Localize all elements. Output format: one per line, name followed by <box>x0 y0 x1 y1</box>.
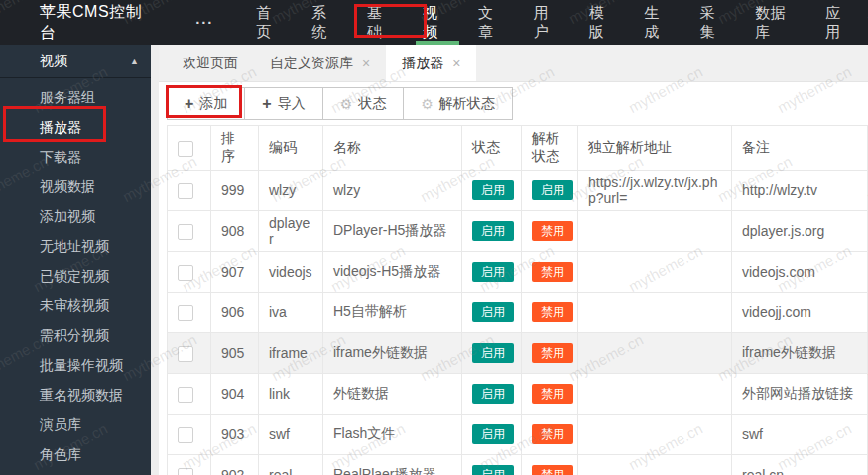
cell-parse-url <box>578 293 732 333</box>
tab-2[interactable]: 播放器× <box>386 45 476 81</box>
status-badge[interactable]: 启用 <box>472 221 514 241</box>
sidebar-menu: 服务器组播放器下载器视频数据添加视频无地址视频已锁定视频未审核视频需积分视频批量… <box>0 78 159 469</box>
cell-sort: 907 <box>211 252 259 293</box>
cell-checkbox <box>168 252 211 293</box>
sidebar-item-1[interactable]: 播放器 <box>0 112 159 142</box>
cell-parse-url <box>578 211 732 252</box>
select-all-checkbox[interactable] <box>178 141 193 157</box>
cell-parse-status: 禁用 <box>522 252 578 293</box>
gear-icon: ⚙ <box>421 97 434 111</box>
layout: 视频 ▲ 服务器组播放器下载器视频数据添加视频无地址视频已锁定视频未审核视频需积… <box>0 45 868 475</box>
parse-status-badge[interactable]: 禁用 <box>532 221 573 241</box>
toolbar-button-1[interactable]: +导入 <box>244 87 322 120</box>
toolbar-button-3[interactable]: ⚙解析状态 <box>403 87 513 120</box>
top-nav-item-0[interactable]: 首页 <box>243 0 299 45</box>
status-badge[interactable]: 启用 <box>472 465 514 475</box>
parse-status-badge[interactable]: 禁用 <box>532 465 573 475</box>
cell-parse-url <box>578 374 732 415</box>
sidebar-item-4[interactable]: 添加视频 <box>0 201 159 231</box>
tab-close-icon[interactable]: × <box>452 56 460 71</box>
header-checkbox-cell <box>168 126 211 171</box>
status-badge[interactable]: 启用 <box>472 424 514 444</box>
row-checkbox[interactable] <box>178 183 193 199</box>
cell-sort: 905 <box>211 333 259 374</box>
parse-status-badge[interactable]: 禁用 <box>532 302 573 322</box>
sidebar-item-5[interactable]: 无地址视频 <box>0 231 159 261</box>
cell-name: 外链数据 <box>323 374 462 415</box>
cell-checkbox <box>168 171 211 211</box>
tab-0[interactable]: 欢迎页面 <box>167 45 254 81</box>
cell-parse-status: 禁用 <box>522 293 578 333</box>
table-row: 903swfFlash文件启用禁用swf <box>168 415 868 455</box>
top-nav-item-7[interactable]: 生成 <box>632 0 687 45</box>
row-checkbox[interactable] <box>178 427 193 443</box>
top-nav-item-1[interactable]: 系统 <box>299 0 354 45</box>
sidebar-item-12[interactable]: 角色库 <box>0 439 159 469</box>
top-nav-item-3[interactable]: 视频 <box>410 0 465 45</box>
sidebar-item-10[interactable]: 重名视频数据 <box>0 380 159 410</box>
cell-checkbox <box>168 455 211 475</box>
row-checkbox[interactable] <box>178 224 193 240</box>
sidebar-item-8[interactable]: 需积分视频 <box>0 320 159 350</box>
parse-status-badge[interactable]: 启用 <box>532 180 573 200</box>
top-nav-item-6[interactable]: 模版 <box>576 0 632 45</box>
content: +添加+导入⚙状态⚙解析状态 排序编码名称状态解析状态独立解析地址备注 999w… <box>159 82 868 475</box>
cell-note: real.cn <box>732 455 868 475</box>
cell-parse-url <box>578 333 732 374</box>
status-badge[interactable]: 启用 <box>472 384 514 404</box>
column-header-1: 编码 <box>259 126 323 171</box>
tab-label: 播放器 <box>402 55 443 72</box>
sidebar-item-6[interactable]: 已锁定视频 <box>0 261 159 291</box>
sidebar-item-9[interactable]: 批量操作视频 <box>0 350 159 380</box>
menu-dots-icon[interactable]: ··· <box>195 14 213 31</box>
cell-status: 启用 <box>462 252 522 293</box>
cell-parse-status: 禁用 <box>522 333 578 374</box>
row-checkbox[interactable] <box>178 265 193 281</box>
sidebar-item-0[interactable]: 服务器组 <box>0 82 159 112</box>
row-checkbox[interactable] <box>178 468 193 475</box>
cell-checkbox <box>168 415 211 455</box>
tabbar: 欢迎页面自定义资源库×播放器× <box>159 45 868 82</box>
tab-1[interactable]: 自定义资源库× <box>254 45 386 81</box>
cell-name: wlzy <box>323 171 462 211</box>
table-row: 999wlzywlzy启用启用https://jx.wlzy.tv/jx.php… <box>168 171 868 211</box>
cell-parse-status: 禁用 <box>522 455 578 475</box>
parse-status-badge[interactable]: 禁用 <box>532 384 573 404</box>
cell-note: videojj.com <box>732 293 868 333</box>
top-nav: 首页系统基础视频文章用户模版生成采集数据库应用 <box>243 0 868 45</box>
status-badge[interactable]: 启用 <box>472 302 514 322</box>
sidebar-scrollbar[interactable] <box>151 45 159 475</box>
cell-note: http://wlzy.tv <box>732 171 868 211</box>
status-badge[interactable]: 启用 <box>472 180 514 200</box>
parse-status-badge[interactable]: 禁用 <box>532 424 573 444</box>
column-header-6: 备注 <box>732 126 868 171</box>
sidebar-item-2[interactable]: 下载器 <box>0 142 159 172</box>
cell-checkbox <box>168 293 211 333</box>
parse-status-badge[interactable]: 禁用 <box>532 343 573 363</box>
toolbar-button-0[interactable]: +添加 <box>167 87 245 120</box>
cell-sort: 902 <box>211 455 259 475</box>
toolbar-button-2[interactable]: ⚙状态 <box>322 87 405 120</box>
status-badge[interactable]: 启用 <box>472 262 514 282</box>
cell-status: 启用 <box>462 415 522 455</box>
sidebar-item-3[interactable]: 视频数据 <box>0 172 159 201</box>
row-checkbox[interactable] <box>178 346 193 362</box>
app-title: 苹果CMS控制台 <box>40 2 158 44</box>
sidebar: 视频 ▲ 服务器组播放器下载器视频数据添加视频无地址视频已锁定视频未审核视频需积… <box>0 45 159 475</box>
top-nav-item-2[interactable]: 基础 <box>354 0 410 45</box>
top-nav-item-4[interactable]: 文章 <box>465 0 521 45</box>
tab-close-icon[interactable]: × <box>362 56 370 71</box>
top-nav-item-5[interactable]: 用户 <box>521 0 576 45</box>
row-checkbox[interactable] <box>178 387 193 403</box>
sidebar-group-label: 视频 <box>40 53 67 70</box>
top-nav-item-9[interactable]: 数据库 <box>742 0 812 45</box>
parse-status-badge[interactable]: 禁用 <box>532 262 573 282</box>
sidebar-group-video[interactable]: 视频 ▲ <box>0 45 159 78</box>
column-header-2: 名称 <box>323 126 462 171</box>
status-badge[interactable]: 启用 <box>472 343 514 363</box>
top-nav-item-10[interactable]: 应用 <box>812 0 868 45</box>
top-nav-item-8[interactable]: 采集 <box>686 0 742 45</box>
sidebar-item-7[interactable]: 未审核视频 <box>0 291 159 320</box>
sidebar-item-11[interactable]: 演员库 <box>0 410 159 439</box>
row-checkbox[interactable] <box>178 305 193 321</box>
